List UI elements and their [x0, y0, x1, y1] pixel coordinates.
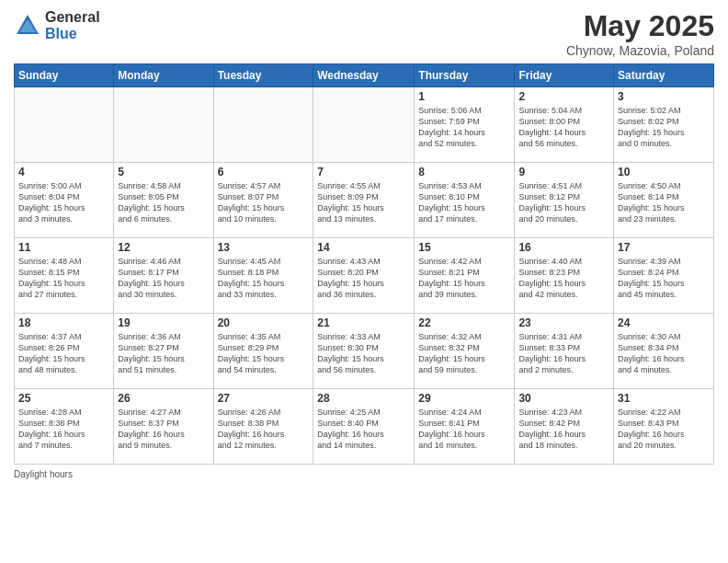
- calendar-cell: 24Sunrise: 4:30 AM Sunset: 8:34 PM Dayli…: [614, 314, 714, 389]
- day-number: 25: [18, 392, 109, 405]
- col-monday: Monday: [114, 64, 213, 87]
- footer-text: Daylight hours: [14, 469, 73, 479]
- day-number: 6: [218, 166, 310, 178]
- calendar-cell: 16Sunrise: 4:40 AM Sunset: 8:23 PM Dayli…: [515, 238, 614, 314]
- calendar-cell: 28Sunrise: 4:25 AM Sunset: 8:40 PM Dayli…: [313, 389, 415, 465]
- day-info: Sunrise: 5:06 AM Sunset: 7:59 PM Dayligh…: [418, 105, 510, 150]
- day-info: Sunrise: 4:24 AM Sunset: 8:41 PM Dayligh…: [418, 407, 510, 452]
- day-number: 4: [18, 166, 109, 178]
- calendar-cell: 30Sunrise: 4:23 AM Sunset: 8:42 PM Dayli…: [515, 389, 614, 465]
- calendar-cell: 12Sunrise: 4:46 AM Sunset: 8:17 PM Dayli…: [114, 238, 213, 314]
- day-info: Sunrise: 4:46 AM Sunset: 8:17 PM Dayligh…: [118, 256, 209, 301]
- day-info: Sunrise: 4:27 AM Sunset: 8:37 PM Dayligh…: [118, 407, 209, 452]
- col-saturday: Saturday: [614, 64, 714, 87]
- day-number: 28: [317, 392, 410, 405]
- calendar-cell: 27Sunrise: 4:26 AM Sunset: 8:38 PM Dayli…: [213, 389, 313, 465]
- col-sunday: Sunday: [15, 64, 114, 87]
- day-info: Sunrise: 5:00 AM Sunset: 8:04 PM Dayligh…: [18, 180, 109, 225]
- calendar-week-3: 11Sunrise: 4:48 AM Sunset: 8:15 PM Dayli…: [15, 238, 714, 314]
- day-info: Sunrise: 4:48 AM Sunset: 8:15 PM Dayligh…: [18, 256, 109, 301]
- calendar-cell: 18Sunrise: 4:37 AM Sunset: 8:26 PM Dayli…: [15, 314, 114, 389]
- day-number: 14: [317, 241, 410, 254]
- day-number: 3: [618, 90, 710, 103]
- calendar-cell: 23Sunrise: 4:31 AM Sunset: 8:33 PM Dayli…: [515, 314, 614, 389]
- calendar-cell: 8Sunrise: 4:53 AM Sunset: 8:10 PM Daylig…: [415, 163, 515, 238]
- calendar-cell: 5Sunrise: 4:58 AM Sunset: 8:05 PM Daylig…: [114, 163, 213, 238]
- calendar-cell: [15, 87, 114, 163]
- day-number: 23: [518, 316, 609, 329]
- day-info: Sunrise: 4:25 AM Sunset: 8:40 PM Dayligh…: [317, 407, 410, 452]
- page: General Blue May 2025 Chynow, Mazovia, P…: [0, 0, 728, 563]
- day-info: Sunrise: 4:28 AM Sunset: 8:36 PM Dayligh…: [18, 407, 109, 452]
- day-info: Sunrise: 4:23 AM Sunset: 8:42 PM Dayligh…: [518, 407, 609, 452]
- day-number: 30: [518, 392, 609, 405]
- day-number: 29: [418, 392, 510, 405]
- day-info: Sunrise: 4:36 AM Sunset: 8:27 PM Dayligh…: [118, 331, 209, 376]
- calendar-cell: 15Sunrise: 4:42 AM Sunset: 8:21 PM Dayli…: [415, 238, 515, 314]
- day-number: 31: [618, 392, 710, 405]
- day-info: Sunrise: 4:39 AM Sunset: 8:24 PM Dayligh…: [618, 256, 710, 301]
- day-info: Sunrise: 4:37 AM Sunset: 8:26 PM Dayligh…: [18, 331, 109, 376]
- calendar-cell: 1Sunrise: 5:06 AM Sunset: 7:59 PM Daylig…: [415, 87, 515, 163]
- day-number: 16: [518, 241, 609, 254]
- day-number: 27: [218, 392, 310, 405]
- calendar-cell: 2Sunrise: 5:04 AM Sunset: 8:00 PM Daylig…: [515, 87, 614, 163]
- calendar-cell: 21Sunrise: 4:33 AM Sunset: 8:30 PM Dayli…: [313, 314, 415, 389]
- day-number: 10: [618, 166, 710, 178]
- day-info: Sunrise: 4:53 AM Sunset: 8:10 PM Dayligh…: [418, 180, 510, 225]
- calendar-cell: 4Sunrise: 5:00 AM Sunset: 8:04 PM Daylig…: [15, 163, 114, 238]
- day-number: 9: [518, 166, 609, 178]
- logo-icon: [14, 12, 41, 40]
- day-info: Sunrise: 4:22 AM Sunset: 8:43 PM Dayligh…: [618, 407, 710, 452]
- calendar-cell: [313, 87, 415, 163]
- calendar-cell: 11Sunrise: 4:48 AM Sunset: 8:15 PM Dayli…: [15, 238, 114, 314]
- title-location: Chynow, Mazovia, Poland: [566, 43, 714, 58]
- day-number: 19: [118, 316, 209, 329]
- day-info: Sunrise: 4:51 AM Sunset: 8:12 PM Dayligh…: [518, 180, 609, 225]
- day-number: 13: [218, 241, 310, 254]
- day-info: Sunrise: 4:26 AM Sunset: 8:38 PM Dayligh…: [218, 407, 310, 452]
- calendar-cell: 17Sunrise: 4:39 AM Sunset: 8:24 PM Dayli…: [614, 238, 714, 314]
- day-number: 20: [218, 316, 310, 329]
- day-number: 22: [418, 316, 510, 329]
- logo: General Blue: [14, 9, 100, 41]
- day-number: 1: [418, 90, 510, 103]
- day-info: Sunrise: 4:50 AM Sunset: 8:14 PM Dayligh…: [618, 180, 710, 225]
- logo-blue-text: Blue: [45, 26, 100, 42]
- calendar-cell: 7Sunrise: 4:55 AM Sunset: 8:09 PM Daylig…: [313, 163, 415, 238]
- day-info: Sunrise: 4:55 AM Sunset: 8:09 PM Dayligh…: [317, 180, 410, 225]
- calendar-header-row: Sunday Monday Tuesday Wednesday Thursday…: [15, 64, 714, 87]
- day-info: Sunrise: 4:57 AM Sunset: 8:07 PM Dayligh…: [218, 180, 310, 225]
- calendar-cell: 9Sunrise: 4:51 AM Sunset: 8:12 PM Daylig…: [515, 163, 614, 238]
- day-info: Sunrise: 4:30 AM Sunset: 8:34 PM Dayligh…: [618, 331, 710, 376]
- calendar-cell: 31Sunrise: 4:22 AM Sunset: 8:43 PM Dayli…: [614, 389, 714, 465]
- day-info: Sunrise: 4:35 AM Sunset: 8:29 PM Dayligh…: [218, 331, 310, 376]
- day-number: 26: [118, 392, 209, 405]
- calendar-cell: 22Sunrise: 4:32 AM Sunset: 8:32 PM Dayli…: [415, 314, 515, 389]
- calendar-cell: 26Sunrise: 4:27 AM Sunset: 8:37 PM Dayli…: [114, 389, 213, 465]
- col-thursday: Thursday: [415, 64, 515, 87]
- calendar-cell: 25Sunrise: 4:28 AM Sunset: 8:36 PM Dayli…: [15, 389, 114, 465]
- calendar-table: Sunday Monday Tuesday Wednesday Thursday…: [14, 63, 714, 465]
- calendar-week-2: 4Sunrise: 5:00 AM Sunset: 8:04 PM Daylig…: [15, 163, 714, 238]
- day-number: 24: [618, 316, 710, 329]
- calendar-cell: 19Sunrise: 4:36 AM Sunset: 8:27 PM Dayli…: [114, 314, 213, 389]
- day-number: 12: [118, 241, 209, 254]
- calendar-cell: 29Sunrise: 4:24 AM Sunset: 8:41 PM Dayli…: [415, 389, 515, 465]
- calendar-week-1: 1Sunrise: 5:06 AM Sunset: 7:59 PM Daylig…: [15, 87, 714, 163]
- title-month: May 2025: [566, 9, 714, 43]
- calendar-cell: [213, 87, 313, 163]
- footer: Daylight hours: [14, 469, 714, 479]
- header: General Blue May 2025 Chynow, Mazovia, P…: [14, 9, 714, 58]
- day-number: 18: [18, 316, 109, 329]
- day-number: 17: [618, 241, 710, 254]
- col-wednesday: Wednesday: [313, 64, 415, 87]
- day-info: Sunrise: 5:02 AM Sunset: 8:02 PM Dayligh…: [618, 105, 710, 150]
- day-info: Sunrise: 5:04 AM Sunset: 8:00 PM Dayligh…: [518, 105, 609, 150]
- logo-general-text: General: [45, 9, 100, 26]
- day-info: Sunrise: 4:43 AM Sunset: 8:20 PM Dayligh…: [317, 256, 410, 301]
- day-info: Sunrise: 4:32 AM Sunset: 8:32 PM Dayligh…: [418, 331, 510, 376]
- day-number: 15: [418, 241, 510, 254]
- calendar-cell: 3Sunrise: 5:02 AM Sunset: 8:02 PM Daylig…: [614, 87, 714, 163]
- col-tuesday: Tuesday: [213, 64, 313, 87]
